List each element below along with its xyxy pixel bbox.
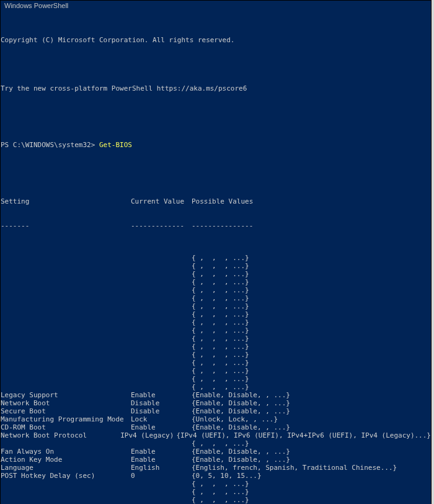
prompt-line[interactable]: PS C:\WINDOWS\system32> Get-BIOS <box>1 141 431 149</box>
table-row: { , , , ...} <box>1 439 431 448</box>
table-row: { , , , ...} <box>1 383 431 391</box>
table-row: Action Key ModeEnable{Enable, Disable, ,… <box>1 456 431 464</box>
blank-line <box>1 109 431 117</box>
table-row: Network Boot ProtocolIPv4 (Legacy){IPv4 … <box>1 431 431 439</box>
table-body: { , , , ...}{ , , , ...}{ , , , ...}{ , … <box>1 254 431 504</box>
cell-setting: Action Key Mode <box>1 456 131 464</box>
cell-possible-values: { , , , ...} <box>192 310 431 318</box>
table-row: { , , , ...} <box>1 262 431 270</box>
cell-possible-values: {English, french, Spanish, Traditional C… <box>192 464 431 472</box>
table-row: { , , , ...} <box>1 367 431 375</box>
cell-possible-values: { , , , ...} <box>192 383 431 391</box>
table-row: { , , , ...} <box>1 480 431 488</box>
header-setting-u: ------- <box>1 222 131 230</box>
cell-possible-values: { , , , ...} <box>192 294 431 302</box>
table-header: SettingCurrent ValuePossible Values <box>1 197 431 205</box>
cell-current-value: Enable <box>131 448 192 456</box>
cell-possible-values: { , , , ...} <box>192 286 431 294</box>
cell-current-value: Disable <box>131 407 192 415</box>
table-row: { , , , ...} <box>1 488 431 496</box>
cell-possible-values: {Unlock, Lock, , ...} <box>192 415 431 423</box>
cell-current-value: Disable <box>131 399 192 407</box>
powershell-window: Windows PowerShell Copyright (C) Microso… <box>0 0 432 504</box>
prompt-path: PS C:\WINDOWS\system32> <box>1 141 99 149</box>
cell-current-value: English <box>131 464 192 472</box>
header-setting: Setting <box>1 197 131 205</box>
cell-possible-values: {Enable, Disable, , ...} <box>192 448 431 456</box>
cell-possible-values: { , , , ...} <box>192 335 431 343</box>
cell-possible-values: { , , , ...} <box>192 496 431 504</box>
cell-possible-values: {IPv4 (UEFI), IPv6 (UEFI), IPv4+IPv6 (UE… <box>176 431 431 439</box>
cell-current-value: IPv4 (Legacy) <box>120 431 176 439</box>
cell-possible-values: { , , , ...} <box>192 351 431 359</box>
cell-setting: Fan Always On <box>1 448 131 456</box>
blank-line <box>1 60 431 68</box>
cell-setting: Network Boot Protocol <box>1 431 120 439</box>
table-row: { , , , ...} <box>1 270 431 278</box>
cell-possible-values: { , , , ...} <box>192 254 431 262</box>
banner-copyright: Copyright (C) Microsoft Corporation. All… <box>1 36 431 44</box>
table-row: { , , , ...} <box>1 278 431 286</box>
cell-setting: Manufacturing Programming Mode <box>1 415 131 423</box>
cell-possible-values: { , , , ...} <box>192 302 431 310</box>
cell-setting: Language <box>1 464 131 472</box>
cell-possible-values: { , , , ...} <box>192 367 431 375</box>
table-row: Manufacturing Programming ModeLock{Unloc… <box>1 415 431 423</box>
blank-line <box>1 165 431 173</box>
cell-setting: Network Boot <box>1 399 131 407</box>
header-value-u: ------------- <box>131 222 192 230</box>
cell-possible-values: { , , , ...} <box>192 480 431 488</box>
table-row: { , , , ...} <box>1 286 431 294</box>
table-row: { , , , ...} <box>1 335 431 343</box>
cell-possible-values: { , , , ...} <box>192 278 431 286</box>
cell-setting: Secure Boot <box>1 407 131 415</box>
cell-possible-values: {Enable, Disable, , ...} <box>192 391 431 399</box>
table-row: { , , , ...} <box>1 310 431 318</box>
cell-possible-values: { , , , ...} <box>192 343 431 351</box>
cell-possible-values: { , , , ...} <box>192 318 431 326</box>
table-row: { , , , ...} <box>1 359 431 367</box>
table-row: { , , , ...} <box>1 302 431 310</box>
table-row: POST Hotkey Delay (sec)0{0, 5, 10, 15...… <box>1 472 431 480</box>
cell-current-value: Enable <box>131 423 192 431</box>
table-row: { , , , ...} <box>1 254 431 262</box>
banner-hint: Try the new cross-platform PowerShell ht… <box>1 84 431 92</box>
cell-current-value: 0 <box>131 472 192 480</box>
table-row: { , , , ...} <box>1 351 431 359</box>
table-row: Secure BootDisable{Enable, Disable, , ..… <box>1 407 431 415</box>
cell-setting: POST Hotkey Delay (sec) <box>1 472 131 480</box>
cell-current-value: Enable <box>131 391 192 399</box>
header-possible: Possible Values <box>192 197 431 205</box>
cell-current-value: Enable <box>131 456 192 464</box>
table-row: { , , , ...} <box>1 318 431 326</box>
table-header-underline: ----------------------------------- <box>1 222 431 230</box>
table-row: Fan Always OnEnable{Enable, Disable, , .… <box>1 448 431 456</box>
table-row: LanguageEnglish{English, french, Spanish… <box>1 464 431 472</box>
header-possible-u: --------------- <box>192 222 431 230</box>
cell-possible-values: { , , , ...} <box>192 439 431 448</box>
table-row: { , , , ...} <box>1 294 431 302</box>
cell-possible-values: { , , , ...} <box>192 270 431 278</box>
window-titlebar[interactable]: Windows PowerShell <box>1 1 431 12</box>
table-row: { , , , ...} <box>1 326 431 335</box>
table-row: { , , , ...} <box>1 343 431 351</box>
cell-possible-values: { , , , ...} <box>192 488 431 496</box>
table-row: { , , , ...} <box>1 496 431 504</box>
cell-setting: CD-ROM Boot <box>1 423 131 431</box>
cell-possible-values: {0, 5, 10, 15...} <box>192 472 431 480</box>
terminal-area[interactable]: Copyright (C) Microsoft Corporation. All… <box>1 12 431 504</box>
table-row: Network BootDisable{Enable, Disable, , .… <box>1 399 431 407</box>
cell-possible-values: { , , , ...} <box>192 359 431 367</box>
cell-current-value: Lock <box>131 415 192 423</box>
cell-possible-values: {Enable, Disable, , ...} <box>192 399 431 407</box>
table-row: Legacy SupportEnable{Enable, Disable, , … <box>1 391 431 399</box>
cell-possible-values: {Enable, Disable, , ...} <box>192 423 431 431</box>
cell-possible-values: { , , , ...} <box>192 326 431 335</box>
cell-possible-values: {Enable, Disable, , ...} <box>192 407 431 415</box>
cell-possible-values: { , , , ...} <box>192 262 431 270</box>
cell-possible-values: {Enable, Disable, , ...} <box>192 456 431 464</box>
cell-setting: Legacy Support <box>1 391 131 399</box>
table-row: CD-ROM BootEnable{Enable, Disable, , ...… <box>1 423 431 431</box>
header-value: Current Value <box>131 197 192 205</box>
cell-possible-values: { , , , ...} <box>192 375 431 383</box>
